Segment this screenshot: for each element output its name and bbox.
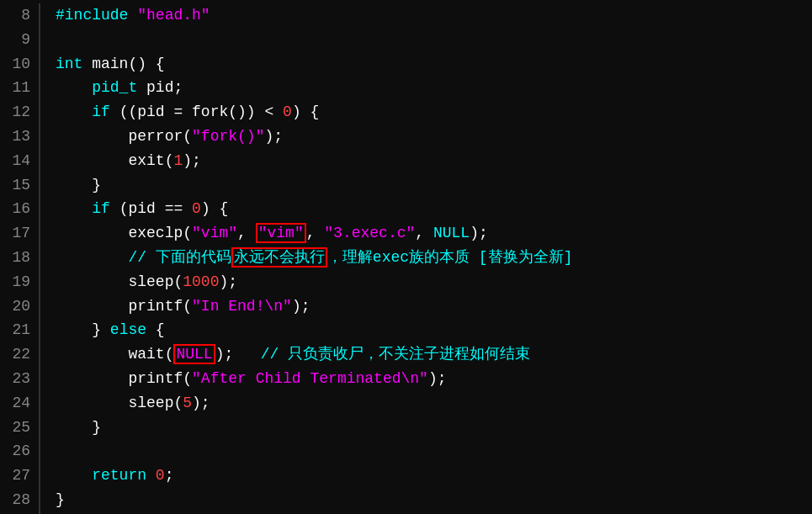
code-line-10: int main() {: [56, 52, 812, 77]
code-line-16: if (pid == 0) {: [56, 197, 812, 221]
code-line-28: }: [56, 488, 812, 512]
code-line-25: }: [56, 416, 812, 440]
code-line-8: #include "head.h": [56, 3, 812, 28]
code-line-24: sleep(5);: [56, 391, 812, 416]
code-line-9: [56, 28, 812, 52]
code-line-19: sleep(1000);: [56, 270, 812, 294]
code-editor: 8 9 10 11 12 13 14 15 16 17 18 19 20 21 …: [0, 0, 812, 514]
code-line-21: } else {: [56, 318, 812, 342]
line-numbers: 8 9 10 11 12 13 14 15 16 17 18 19 20 21 …: [0, 3, 40, 514]
code-line-12: if ((pid = fork()) < 0) {: [56, 100, 812, 125]
code-area: #include "head.h" int main() { pid_t pid…: [40, 3, 812, 514]
code-line-11: pid_t pid;: [56, 76, 812, 100]
code-line-26: [56, 439, 812, 464]
code-line-14: exit(1);: [56, 149, 812, 173]
code-line-20: printf("In End!\n");: [56, 294, 812, 319]
code-line-22: wait(NULL); // 只负责收尸，不关注子进程如何结束: [56, 342, 812, 367]
code-line-15: }: [56, 173, 812, 198]
code-line-23: printf("After Child Terminated\n");: [56, 367, 812, 391]
code-line-27: return 0;: [56, 464, 812, 488]
code-line-13: perror("fork()");: [56, 125, 812, 149]
code-line-18: // 下面的代码永远不会执行，理解exec族的本质 [替换为全新]: [56, 246, 812, 270]
code-line-17: execlp("vim", "vim", "3.exec.c", NULL);: [56, 221, 812, 246]
